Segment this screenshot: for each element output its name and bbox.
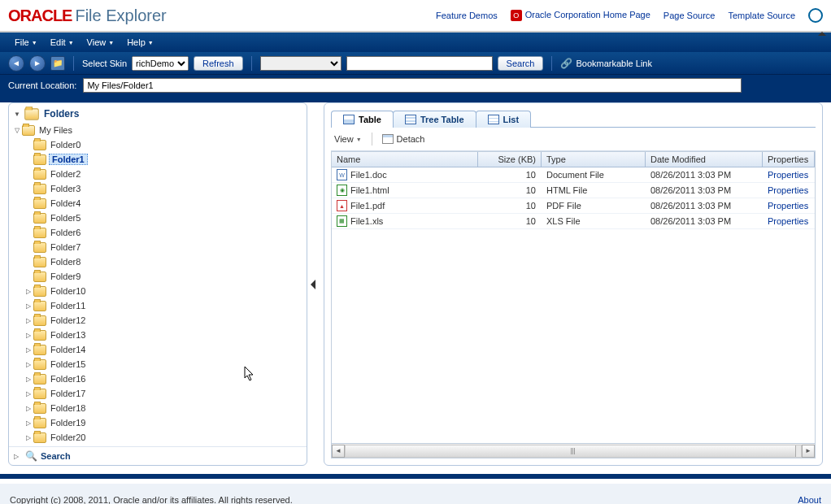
bookmarkable-link[interactable]: 🔗 Bookmarkable Link [560, 58, 652, 69]
table-row[interactable]: ▲File1.pdf10PDF File08/26/2011 3:03 PMPr… [332, 198, 815, 214]
tree-folder[interactable]: Folder6 [11, 225, 305, 240]
tree-folder[interactable]: ▷Folder19 [11, 415, 305, 430]
scroll-right-button[interactable]: ► [802, 445, 815, 458]
expand-icon[interactable]: ▷ [14, 453, 22, 460]
menu-view[interactable]: View▼ [80, 33, 121, 52]
tree-folder[interactable]: ▷Folder10 [11, 284, 305, 298]
tab-table[interactable]: Table [331, 111, 394, 128]
collapse-header-icon[interactable] [818, 32, 826, 36]
list-icon [488, 115, 499, 124]
search-button[interactable]: Search [498, 56, 544, 71]
tree-folder[interactable]: ▷Folder12 [11, 313, 305, 328]
tree-folder[interactable]: Folder4 [11, 196, 305, 211]
tree-toggle-icon[interactable]: ▷ [24, 302, 33, 310]
tree-folder[interactable]: ▷Folder14 [11, 342, 305, 357]
link-feature-demos[interactable]: Feature Demos [436, 11, 498, 20]
tree-folder-label: Folder12 [49, 315, 87, 325]
splitter[interactable] [312, 102, 319, 466]
link-template-source[interactable]: Template Source [728, 11, 795, 20]
tree-folder[interactable]: Folder7 [11, 240, 305, 254]
nav-forward-button[interactable]: ► [29, 55, 46, 72]
grid-body[interactable]: WFile1.doc10Document File08/26/2011 3:03… [332, 167, 815, 443]
folder-icon [33, 315, 46, 326]
about-link[interactable]: About [798, 495, 821, 504]
nav-back-button[interactable]: ◄ [8, 55, 24, 72]
tree-folder[interactable]: Folder3 [11, 181, 305, 196]
scroll-track[interactable] [345, 445, 802, 458]
view-menu-label: View [334, 134, 354, 144]
cell-properties-link[interactable]: Properties [763, 169, 815, 180]
tree-folder[interactable]: ▷Folder11 [11, 298, 305, 313]
tree-toggle-icon[interactable]: ▷ [24, 288, 33, 295]
col-date-header[interactable]: Date Modified [646, 152, 763, 167]
refresh-button[interactable]: Refresh [194, 56, 243, 71]
table-row[interactable]: ▦File1.xls10XLS File08/26/2011 3:03 PMPr… [332, 214, 815, 229]
horizontal-scrollbar[interactable]: ◄ ► [332, 443, 815, 458]
nav-up-button[interactable]: 📁 [50, 56, 65, 71]
scroll-left-button[interactable]: ◄ [332, 445, 345, 458]
tree-root[interactable]: ▽ My Files [11, 123, 305, 137]
location-input[interactable] [83, 78, 742, 93]
tree-folder[interactable]: Folder8 [11, 254, 305, 269]
menu-help[interactable]: Help▼ [120, 33, 160, 52]
tree-toggle-icon[interactable]: ▷ [24, 361, 33, 368]
tree-toggle-icon[interactable]: ▷ [24, 376, 33, 383]
tree-folder[interactable]: Folder1 [11, 152, 305, 167]
tree-toggle-icon[interactable]: ▷ [24, 419, 33, 427]
tree-toggle-icon[interactable]: ▷ [24, 434, 33, 441]
dropdown-arrow-icon: ▼ [68, 40, 74, 46]
table-view-menu[interactable]: View▼ [334, 134, 362, 144]
tree-folder[interactable]: ▷Folder17 [11, 386, 305, 401]
tree-folder[interactable]: ▷Folder15 [11, 357, 305, 371]
cell-date: 08/26/2011 3:03 PM [646, 215, 763, 227]
tree-folder-label: Folder2 [49, 169, 82, 179]
cell-properties-link[interactable]: Properties [763, 215, 815, 227]
menu-file[interactable]: File▼ [8, 33, 44, 52]
folders-header[interactable]: ▼ Folders [9, 103, 307, 123]
link-oracle-home[interactable]: OOracle Corporation Home Page [511, 10, 650, 21]
tree-folder[interactable]: Folder0 [11, 137, 305, 152]
tree-toggle-icon[interactable]: ▷ [24, 346, 33, 354]
folder-icon [33, 228, 46, 238]
tab-tree-table-label: Tree Table [420, 115, 464, 124]
tree-folder-label: Folder20 [49, 432, 87, 442]
link-page-source[interactable]: Page Source [663, 11, 716, 20]
splitter-handle-icon[interactable] [311, 279, 317, 290]
table-row[interactable]: ◉File1.html10HTML File08/26/2011 3:03 PM… [332, 183, 815, 198]
search-section[interactable]: ▷ 🔍 Search [9, 447, 307, 465]
col-type-header[interactable]: Type [542, 152, 646, 167]
cell-properties-link[interactable]: Properties [763, 185, 815, 196]
tree-folder[interactable]: Folder5 [11, 211, 305, 225]
collapse-icon[interactable]: ▼ [14, 111, 22, 118]
cell-date: 08/26/2011 3:03 PM [646, 185, 763, 196]
col-size-header[interactable]: Size (KB) [478, 152, 542, 167]
folder-icon [33, 286, 46, 297]
tree-toggle-icon[interactable]: ▷ [24, 317, 33, 324]
tab-tree-table[interactable]: Tree Table [393, 111, 476, 128]
search-input[interactable] [346, 56, 493, 71]
tree-folder[interactable]: ▷Folder20 [11, 430, 305, 445]
tab-list[interactable]: List [476, 111, 532, 128]
tree-folder[interactable]: Folder9 [11, 269, 305, 284]
tree-folder[interactable]: ▷Folder18 [11, 401, 305, 415]
search-category-select[interactable] [260, 56, 342, 71]
tree-folder[interactable]: ▷Folder13 [11, 328, 305, 342]
folder-tree[interactable]: ▽ My Files Folder0Folder1Folder2Folder3F… [9, 123, 307, 447]
tree-toggle-icon[interactable]: ▷ [24, 332, 33, 339]
link-icon: 🔗 [560, 58, 572, 69]
tree-folder[interactable]: Folder2 [11, 167, 305, 181]
col-props-header[interactable]: Properties [763, 152, 815, 167]
tree-toggle-icon[interactable]: ▷ [24, 405, 33, 412]
grid-header: Name Size (KB) Type Date Modified Proper… [332, 152, 815, 167]
table-row[interactable]: WFile1.doc10Document File08/26/2011 3:03… [332, 167, 815, 183]
scroll-thumb[interactable] [346, 445, 796, 457]
tree-toggle-icon[interactable]: ▷ [24, 390, 33, 398]
col-name-header[interactable]: Name [332, 152, 478, 167]
skin-select[interactable]: richDemo [132, 56, 189, 71]
folder-icon [33, 198, 46, 209]
menu-edit[interactable]: Edit▼ [44, 33, 80, 52]
detach-button[interactable]: Detach [382, 134, 425, 144]
tree-toggle-icon[interactable]: ▽ [12, 127, 22, 134]
tree-folder[interactable]: ▷Folder16 [11, 371, 305, 386]
cell-properties-link[interactable]: Properties [763, 200, 815, 211]
